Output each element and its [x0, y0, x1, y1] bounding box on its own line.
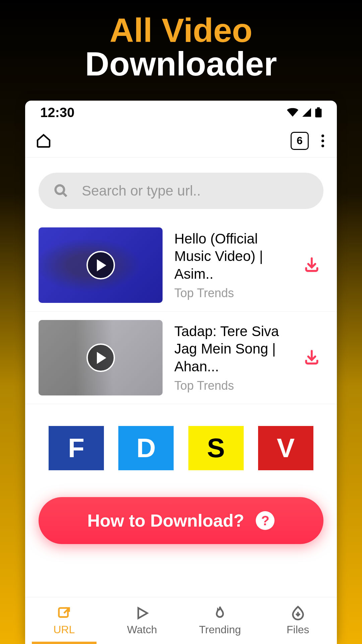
video-info: Hello (Official Music Video) | Asim.. To… — [174, 230, 288, 301]
hero-line2: Downloader — [0, 47, 362, 80]
hero-title: All Video Downloader — [0, 0, 362, 80]
play-button[interactable] — [86, 251, 115, 279]
download-button[interactable] — [300, 345, 323, 370]
tile-letter: S — [207, 433, 225, 464]
more-dot-icon — [321, 140, 324, 142]
signal-icon — [302, 108, 311, 117]
video-title: Tadap: Tere Siva Jag Mein Song | Ahan... — [174, 323, 288, 376]
home-button[interactable] — [35, 132, 52, 149]
play-button[interactable] — [86, 343, 115, 372]
nav-label: URL — [53, 624, 75, 636]
tile-letter: V — [277, 433, 295, 464]
phone-frame: 12:30 6 — [25, 101, 337, 644]
tab-count-button[interactable]: 6 — [291, 132, 309, 150]
video-subtitle: Top Trends — [174, 286, 288, 300]
site-tile-f[interactable]: F — [49, 426, 104, 470]
nav-label: Files — [287, 624, 309, 636]
site-tile-d[interactable]: D — [118, 426, 174, 470]
trending-icon — [212, 605, 228, 621]
url-icon — [56, 605, 72, 621]
video-title: Hello (Official Music Video) | Asim.. — [174, 230, 288, 283]
search-icon — [54, 183, 68, 198]
status-icons — [287, 107, 322, 117]
svg-point-2 — [56, 185, 64, 194]
how-to-download-button[interactable]: How to Download? ? — [39, 497, 323, 544]
svg-rect-4 — [59, 608, 68, 617]
files-icon — [290, 605, 306, 621]
help-icon: ? — [256, 511, 275, 530]
nav-trending[interactable]: Trending — [181, 597, 259, 644]
battery-icon — [315, 107, 322, 117]
video-info: Tadap: Tere Siva Jag Mein Song | Ahan...… — [174, 323, 288, 393]
site-tile-s[interactable]: S — [188, 426, 244, 470]
status-time: 12:30 — [40, 105, 74, 120]
svg-line-3 — [63, 193, 67, 197]
home-icon — [36, 133, 52, 149]
tile-letter: D — [136, 433, 156, 464]
site-tile-v[interactable]: V — [258, 426, 313, 470]
video-item[interactable]: Hello (Official Music Video) | Asim.. To… — [25, 219, 337, 312]
nav-label: Trending — [199, 624, 241, 636]
more-dot-icon — [321, 135, 324, 137]
nav-url[interactable]: URL — [25, 597, 103, 644]
site-grid: F D S V — [25, 404, 337, 487]
more-dot-icon — [321, 145, 324, 147]
bottom-nav: URL Watch Trending Files — [25, 597, 337, 644]
top-bar-right: 6 — [291, 132, 327, 150]
hero-line1: All Video — [0, 13, 362, 47]
play-icon — [97, 259, 106, 271]
search-input[interactable] — [82, 183, 308, 199]
top-app-bar: 6 — [25, 124, 337, 158]
video-thumbnail[interactable] — [39, 320, 163, 395]
search-wrap — [25, 158, 337, 219]
watch-icon — [134, 605, 150, 621]
how-to-label: How to Download? — [87, 511, 244, 531]
video-item[interactable]: Tadap: Tere Siva Jag Mein Song | Ahan...… — [25, 312, 337, 404]
video-thumbnail[interactable] — [39, 227, 163, 303]
tab-count-value: 6 — [297, 135, 303, 147]
nav-label: Watch — [127, 624, 157, 636]
play-icon — [97, 352, 106, 364]
more-button[interactable] — [319, 132, 327, 150]
svg-rect-0 — [317, 107, 320, 109]
download-icon — [303, 256, 320, 273]
tile-letter: F — [68, 433, 84, 464]
video-subtitle: Top Trends — [174, 379, 288, 393]
download-button[interactable] — [300, 253, 323, 278]
nav-files[interactable]: Files — [259, 597, 337, 644]
download-icon — [303, 349, 320, 366]
search-bar[interactable] — [39, 173, 323, 209]
status-bar: 12:30 — [25, 101, 337, 124]
svg-rect-1 — [315, 109, 321, 117]
wifi-icon — [287, 108, 298, 117]
nav-watch[interactable]: Watch — [103, 597, 181, 644]
